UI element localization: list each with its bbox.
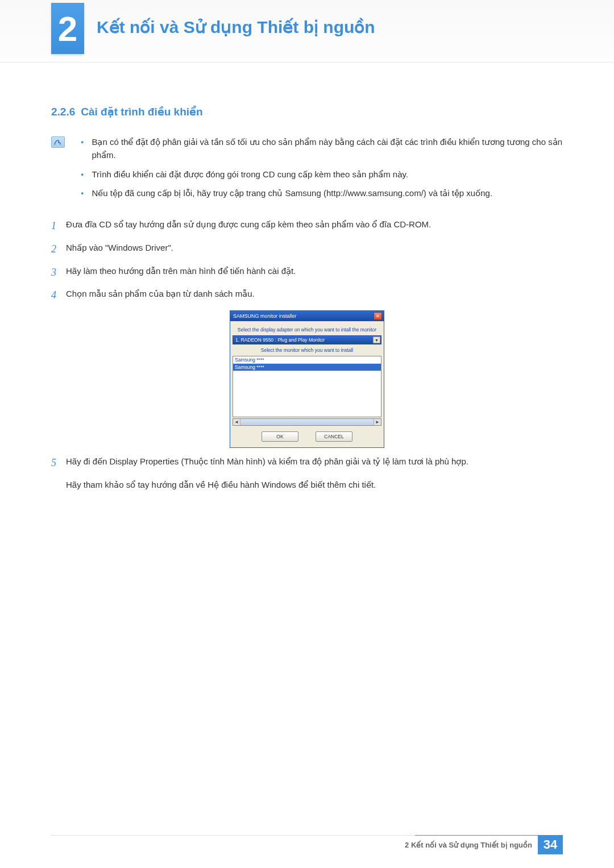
step-text: Hãy làm theo hướng dẫn trên màn hình để … — [66, 264, 563, 281]
bullet-text: Bạn có thể đặt độ phân giải và tần số tố… — [92, 135, 563, 162]
step-text: Chọn mẫu sản phẩm của bạn từ danh sách m… — [66, 287, 563, 304]
step-number: 2 — [51, 241, 66, 258]
bullet-icon: ● — [81, 190, 84, 200]
content-area: 2.2.6Cài đặt trình điều khiển ●Bạn có th… — [51, 105, 563, 492]
steps-list: 1Đưa đĩa CD sổ tay hướng dẫn sử dụng đượ… — [51, 218, 563, 492]
step-item: 4Chọn mẫu sản phẩm của bạn từ danh sách … — [51, 287, 563, 304]
adapter-select-value: 1. RADEON 9550 : Plug and Play Monitor — [235, 337, 325, 343]
footer-caption: 2 Kết nối và Sử dụng Thiết bị nguồn — [405, 841, 538, 849]
chapter-title: Kết nối và Sử dụng Thiết bị nguồn — [97, 17, 375, 37]
note-bullet-list: ●Bạn có thể đặt độ phân giải và tần số t… — [75, 135, 563, 205]
reference-text: Hãy tham khảo sổ tay hướng dẫn về Hệ điề… — [66, 478, 563, 492]
step-item: 2Nhấp vào "Windows Driver". — [51, 241, 563, 258]
scroll-right-icon[interactable]: ► — [374, 419, 381, 425]
horizontal-scrollbar[interactable]: ◄ ► — [233, 418, 381, 426]
step-item: 1Đưa đĩa CD sổ tay hướng dẫn sử dụng đượ… — [51, 218, 563, 234]
step-number: 3 — [51, 264, 66, 281]
step-number: 1 — [51, 218, 66, 234]
footer-divider — [51, 835, 563, 836]
note-icon — [51, 136, 65, 148]
ok-button[interactable]: OK — [262, 431, 298, 442]
installer-window: SAMSUNG monitor installer × Select the d… — [230, 310, 384, 448]
installer-titlebar: SAMSUNG monitor installer × — [230, 311, 384, 321]
installer-label-monitor: Select the monitor which you want to ins… — [233, 347, 381, 353]
bullet-icon: ● — [81, 139, 84, 162]
step-item: 5Hãy đi đến Display Properties (Thuộc tí… — [51, 455, 563, 471]
step-number: 5 — [51, 455, 66, 471]
step-number: 4 — [51, 287, 66, 304]
list-item[interactable]: Samsung **** — [233, 364, 381, 371]
page-number: 34 — [538, 835, 563, 854]
adapter-select[interactable]: 1. RADEON 9550 : Plug and Play Monitor ▼ — [233, 335, 381, 344]
section-title: Cài đặt trình điều khiển — [81, 106, 202, 118]
bullet-text: Nếu tệp đã cung cấp bị lỗi, hãy truy cập… — [92, 186, 492, 200]
installer-body: Select the display adapter on which you … — [230, 321, 384, 447]
step-text: Nhấp vào "Windows Driver". — [66, 241, 563, 258]
chapter-number-box: 2 — [51, 3, 84, 54]
installer-label-adapter: Select the display adapter on which you … — [233, 327, 381, 333]
bullet-icon: ● — [81, 171, 84, 181]
section-number: 2.2.6 — [51, 106, 75, 118]
bullet-text: Trình điều khiển cài đặt được đóng gói t… — [92, 168, 408, 181]
step-text: Hãy đi đến Display Properties (Thuộc tín… — [66, 455, 563, 471]
note-bullet: ●Bạn có thể đặt độ phân giải và tần số t… — [81, 135, 563, 162]
installer-title: SAMSUNG monitor installer — [232, 313, 374, 319]
note-bullet: ●Trình điều khiển cài đặt được đóng gói … — [81, 168, 563, 181]
monitor-list[interactable]: Samsung **** Samsung **** — [233, 356, 381, 417]
step-item: 3Hãy làm theo hướng dẫn trên màn hình để… — [51, 264, 563, 281]
cancel-button[interactable]: CANCEL — [316, 431, 352, 442]
step-text: Đưa đĩa CD sổ tay hướng dẫn sử dụng được… — [66, 218, 563, 234]
page-footer: 2 Kết nối và Sử dụng Thiết bị nguồn 34 — [51, 835, 563, 854]
list-item[interactable]: Samsung **** — [233, 356, 381, 364]
installer-buttons: OK CANCEL — [233, 431, 381, 442]
scroll-track[interactable] — [240, 419, 374, 425]
note-block: ●Bạn có thể đặt độ phân giải và tần số t… — [51, 135, 563, 205]
chevron-down-icon[interactable]: ▼ — [373, 337, 380, 343]
close-icon[interactable]: × — [374, 312, 382, 320]
section-heading: 2.2.6Cài đặt trình điều khiển — [51, 105, 563, 118]
note-bullet: ●Nếu tệp đã cung cấp bị lỗi, hãy truy cậ… — [81, 186, 563, 200]
scroll-left-icon[interactable]: ◄ — [233, 419, 240, 425]
